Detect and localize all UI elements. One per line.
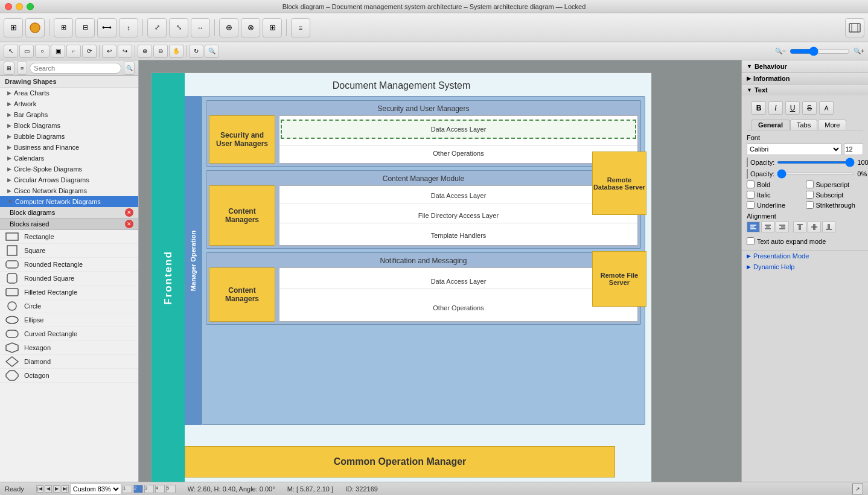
notif-dal[interactable]: Data Access Layer xyxy=(279,274,637,289)
align-left-btn[interactable] xyxy=(747,222,760,232)
page-prev-btn[interactable]: ◀ xyxy=(45,485,52,493)
tool-btn-8[interactable]: ⊕ xyxy=(219,18,238,37)
tool-btn-6[interactable]: ⤡ xyxy=(169,18,188,37)
information-header[interactable]: ▶ Information xyxy=(742,73,868,84)
sidebar-item-calendars[interactable]: ▶ Calendars xyxy=(0,153,138,164)
grid-tool[interactable]: ▣ xyxy=(51,45,65,58)
select-tool[interactable]: ↖ xyxy=(4,45,18,58)
page-next-btn[interactable]: ▶ xyxy=(53,485,60,493)
font-select[interactable]: Calibri xyxy=(747,143,841,155)
maximize-button[interactable] xyxy=(27,3,34,10)
content-th[interactable]: Template Handlers xyxy=(279,228,637,243)
align-right-btn[interactable] xyxy=(776,222,789,232)
notif-other-ops[interactable]: Other Operations xyxy=(279,301,637,315)
other-ops-item[interactable]: Other Operations xyxy=(279,145,637,161)
underline-checkbox[interactable] xyxy=(747,201,755,209)
ps-btn-5[interactable]: 5 xyxy=(166,485,176,493)
font-color-icon-btn[interactable]: A xyxy=(819,101,834,115)
shape-item-rounded-square[interactable]: Rounded Square xyxy=(0,272,138,286)
align-center-btn[interactable] xyxy=(761,222,774,232)
undo-tool[interactable]: ↩ xyxy=(102,45,116,58)
search-input[interactable] xyxy=(30,63,121,74)
shape-item-filleted-rect[interactable]: Filleted Rectangle xyxy=(0,286,138,299)
italic-icon-btn[interactable]: I xyxy=(768,101,783,115)
canvas-area[interactable]: Document Management System Frontend Mana… xyxy=(139,60,741,482)
open-button[interactable] xyxy=(25,18,45,37)
tab-tabs[interactable]: Tabs xyxy=(790,120,817,130)
canvas[interactable]: Document Management System Frontend Mana… xyxy=(151,72,652,482)
sidebar-item-bar-graphs[interactable]: ▶ Bar Graphs xyxy=(0,109,138,120)
close-sub-section-2[interactable]: ✕ xyxy=(125,220,133,228)
superscript-checkbox[interactable] xyxy=(806,180,814,188)
ps-btn-4[interactable]: 4 xyxy=(155,485,165,493)
ps-btn-2[interactable]: 2 xyxy=(133,485,143,493)
content-dal[interactable]: Data Access Layer xyxy=(279,188,637,203)
color-box-2[interactable] xyxy=(747,169,748,179)
sidebar-item-bubble-diagrams[interactable]: ▶ Bubble Diagrams xyxy=(0,131,138,142)
text-header[interactable]: ▼ Text xyxy=(742,85,868,95)
sidebar-grid-btn[interactable]: ⊞ xyxy=(4,62,14,75)
zoom-in-tool[interactable]: ⊕ xyxy=(138,45,152,58)
close-sub-section[interactable]: ✕ xyxy=(125,208,133,217)
zoom-select[interactable]: Custom 83% xyxy=(70,484,121,494)
search-button[interactable]: 🔍 xyxy=(124,62,135,75)
shape-item-circle[interactable]: Circle xyxy=(0,299,138,313)
shape-item-rectangle[interactable]: Rectangle xyxy=(0,230,138,244)
underline-icon-btn[interactable]: U xyxy=(785,101,800,115)
shape-item-rounded-rect[interactable]: Rounded Rectangle xyxy=(0,258,138,272)
shape-item-octagon[interactable]: Octagon xyxy=(0,369,138,383)
search-tool[interactable]: 🔍 xyxy=(205,45,219,58)
fit-button[interactable] xyxy=(845,18,864,37)
shape-item-hexagon[interactable]: Hexagon xyxy=(0,341,138,355)
sidebar-item-area-charts[interactable]: ▶ Area Charts xyxy=(0,88,138,98)
shape-item-curved-rect[interactable]: Curved Rectangle xyxy=(0,327,138,341)
valign-bot-btn[interactable] xyxy=(822,222,835,232)
ellipse-tool[interactable]: ○ xyxy=(35,45,49,58)
tool-btn-7[interactable]: ↔ xyxy=(191,18,210,37)
valign-mid-btn[interactable] xyxy=(808,222,821,232)
shape-item-diamond[interactable]: Diamond xyxy=(0,355,138,369)
tool-btn-10[interactable]: ⊞ xyxy=(263,18,282,37)
tool-btn-2[interactable]: ⊟ xyxy=(75,18,95,37)
shape-item-ellipse[interactable]: Ellipse xyxy=(0,313,138,327)
tool-btn-5[interactable]: ⤢ xyxy=(147,18,167,37)
sidebar-item-business[interactable]: ▶ Business and Finance xyxy=(0,142,138,153)
valign-top-btn[interactable] xyxy=(793,222,806,232)
sidebar-list-btn[interactable]: ≡ xyxy=(17,62,28,75)
connect-tool[interactable]: ⌐ xyxy=(66,45,81,58)
redo-tool[interactable]: ↪ xyxy=(118,45,132,58)
drawing-shapes-header[interactable]: Drawing Shapes xyxy=(0,76,138,88)
bold-icon-btn[interactable]: B xyxy=(752,101,766,115)
rotate-tool[interactable]: ⟳ xyxy=(82,45,97,58)
sidebar-item-computer-network[interactable]: ▼ Computer Network Diagrams xyxy=(0,196,138,207)
close-button[interactable] xyxy=(5,3,12,10)
opacity-slider-1[interactable] xyxy=(777,161,855,164)
ps-btn-1[interactable]: 1 xyxy=(123,485,132,493)
opacity-slider-2[interactable] xyxy=(777,173,855,175)
rect-tool[interactable]: ▭ xyxy=(19,45,34,58)
page-last-btn[interactable]: ▶| xyxy=(62,485,69,493)
tool-btn-1[interactable]: ⊞ xyxy=(54,18,73,37)
italic-checkbox[interactable] xyxy=(747,191,755,199)
tab-more[interactable]: More xyxy=(818,120,846,130)
page-first-btn[interactable]: |◀ xyxy=(36,485,43,493)
refresh-tool[interactable]: ↻ xyxy=(189,45,203,58)
font-size-input[interactable] xyxy=(844,143,863,155)
zoom-out-tool[interactable]: ⊖ xyxy=(153,45,168,58)
strikethrough-icon-btn[interactable]: S xyxy=(802,101,817,115)
dal-item-selected[interactable]: Data Access Layer xyxy=(281,120,636,139)
sidebar-item-circle-spoke[interactable]: ▶ Circle-Spoke Diagrams xyxy=(0,164,138,174)
tool-btn-9[interactable]: ⊗ xyxy=(241,18,260,37)
sidebar-item-artwork[interactable]: ▶ Artwork xyxy=(0,98,138,109)
auto-expand-checkbox[interactable] xyxy=(747,237,755,245)
sidebar-item-cisco[interactable]: ▶ Cisco Network Diagrams xyxy=(0,185,138,196)
tool-btn-3[interactable]: ⟷ xyxy=(97,18,116,37)
new-button[interactable]: ⊞ xyxy=(4,18,23,37)
subscript-checkbox[interactable] xyxy=(806,191,814,199)
shape-item-square[interactable]: Square xyxy=(0,244,138,258)
content-fdal[interactable]: File Directory Access Layer xyxy=(279,208,637,223)
resize-handle[interactable]: ↗ xyxy=(852,484,863,494)
presentation-mode-link[interactable]: ▶ Presentation Mode xyxy=(742,251,868,261)
zoom-slider[interactable] xyxy=(790,46,850,56)
tab-general[interactable]: General xyxy=(752,120,790,130)
